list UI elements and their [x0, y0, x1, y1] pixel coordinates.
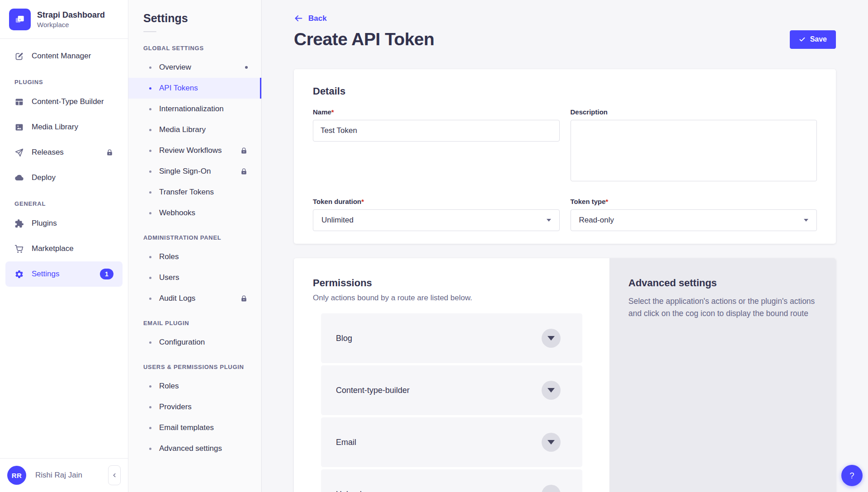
settings-nav-item-api-tokens[interactable]: API Tokens	[128, 78, 261, 99]
required-asterisk: *	[606, 198, 609, 205]
expand-content-type-builder-button[interactable]	[542, 381, 561, 400]
required-asterisk: *	[361, 198, 364, 205]
sidebar-item-media-library[interactable]: Media Library	[5, 114, 123, 140]
settings-nav-item-roles[interactable]: Roles	[128, 246, 261, 267]
expand-email-button[interactable]	[542, 433, 561, 452]
description-field-group: Description	[571, 108, 817, 183]
sidebar-item-releases[interactable]: Releases	[5, 140, 123, 165]
settings-nav-label: Audit Logs	[159, 294, 195, 303]
settings-nav-label: Providers	[159, 402, 192, 412]
nav-section-plugins: PLUGINS	[9, 79, 119, 85]
help-button[interactable]: ?	[841, 465, 863, 486]
settings-nav-item-providers[interactable]: Providers	[128, 397, 261, 417]
sidebar-item-plugins[interactable]: Plugins	[5, 211, 123, 236]
workspace-subtitle: Workplace	[37, 21, 105, 28]
sidebar-item-label: Content Manager	[32, 52, 91, 61]
accordion-label: Content-type-builder	[336, 386, 410, 395]
settings-nav-item-review-workflows[interactable]: Review Workflows	[128, 140, 261, 161]
bullet-icon	[149, 385, 151, 388]
subnav-divider	[143, 31, 156, 32]
expand-upload-button[interactable]	[542, 485, 561, 492]
subnav-group-global-settings: GLOBAL SETTINGS	[128, 34, 261, 57]
settings-nav-item-audit-logs[interactable]: Audit Logs	[128, 288, 261, 309]
settings-nav-label: Webhooks	[159, 208, 195, 218]
advanced-settings-title: Advanced settings	[628, 277, 817, 289]
workspace-title: Strapi Dashboard	[37, 10, 105, 20]
sidebar-item-label: Settings	[32, 270, 59, 279]
settings-nav-label: API Tokens	[159, 84, 198, 93]
name-input[interactable]	[313, 120, 560, 142]
notification-dot-icon	[245, 66, 248, 69]
bullet-icon	[149, 129, 151, 131]
expand-blog-button[interactable]	[542, 329, 561, 348]
brand-text: Strapi Dashboard Workplace	[37, 10, 105, 29]
main-content: Back Create API Token Save Details	[262, 0, 868, 492]
question-icon: ?	[849, 471, 854, 481]
sidebar-item-deploy[interactable]: Deploy	[5, 165, 123, 190]
sidebar-item-settings[interactable]: Settings 1	[5, 261, 123, 287]
settings-nav-item-webhooks[interactable]: Webhooks	[128, 203, 261, 223]
sidebar-item-marketplace[interactable]: Marketplace	[5, 236, 123, 261]
token-type-select[interactable]: Read-only	[571, 209, 817, 231]
token-type-field-group: Token type* Read-only	[571, 198, 817, 231]
details-card: Details Name* Description Token duration…	[294, 69, 836, 244]
settings-nav-label: Configuration	[159, 338, 205, 347]
sidebar-item-label: Media Library	[32, 123, 78, 132]
settings-nav-item-single-sign-on[interactable]: Single Sign-On	[128, 161, 261, 182]
settings-nav-item-up-roles[interactable]: Roles	[128, 376, 261, 397]
check-icon	[799, 36, 806, 43]
accordion-email[interactable]: Email	[321, 417, 582, 467]
lock-icon	[106, 149, 113, 156]
settings-nav-item-users[interactable]: Users	[128, 267, 261, 288]
accordion-label: Blog	[336, 334, 352, 343]
workspace-brand[interactable]: Strapi Dashboard Workplace	[0, 0, 128, 39]
settings-nav-item-overview[interactable]: Overview	[128, 57, 261, 78]
bullet-icon	[149, 406, 151, 408]
settings-nav-label: Overview	[159, 63, 191, 72]
main-nav-list: Content Manager PLUGINS Content-Type Bui…	[0, 39, 128, 458]
name-label: Name*	[313, 108, 560, 116]
back-link[interactable]: Back	[294, 14, 327, 23]
gear-icon	[14, 270, 24, 279]
settings-nav-item-configuration[interactable]: Configuration	[128, 332, 261, 353]
settings-nav-item-media-library[interactable]: Media Library	[128, 119, 261, 140]
sidebar-footer: RR Rishi Raj Jain	[0, 458, 128, 492]
sidebar-item-label: Releases	[32, 148, 64, 157]
image-icon	[14, 123, 24, 132]
settings-nav-item-advanced-settings[interactable]: Advanced settings	[128, 438, 261, 459]
token-duration-select[interactable]: Unlimited	[313, 209, 560, 231]
bullet-icon	[149, 448, 151, 450]
sidebar-item-content-manager[interactable]: Content Manager	[5, 43, 123, 69]
layout-icon	[14, 97, 24, 107]
bullet-icon	[149, 170, 151, 173]
settings-nav-item-internationalization[interactable]: Internationalization	[128, 99, 261, 119]
bullet-icon	[149, 87, 151, 90]
settings-nav-label: Review Workflows	[159, 146, 222, 155]
accordion-upload[interactable]: Upload	[321, 469, 582, 492]
main-sidebar: Strapi Dashboard Workplace Content Manag…	[0, 0, 128, 492]
strapi-app: Strapi Dashboard Workplace Content Manag…	[0, 0, 868, 492]
accordion-content-type-builder[interactable]: Content-type-builder	[321, 365, 582, 415]
settings-nav-item-transfer-tokens[interactable]: Transfer Tokens	[128, 182, 261, 203]
caret-down-icon	[547, 219, 551, 222]
chevron-left-icon	[111, 472, 118, 478]
bullet-icon	[149, 298, 151, 300]
bullet-icon	[149, 427, 151, 429]
advanced-settings-panel: Advanced settings Select the application…	[609, 258, 836, 492]
bullet-icon	[149, 66, 151, 69]
save-button[interactable]: Save	[790, 30, 836, 49]
user-name: Rishi Raj Jain	[35, 471, 99, 480]
settings-nav-label: Internationalization	[159, 104, 224, 114]
collapse-sidebar-button[interactable]	[108, 465, 121, 485]
settings-nav-label: Media Library	[159, 125, 206, 134]
back-arrow-icon	[294, 14, 303, 23]
token-type-label: Token type*	[571, 198, 817, 205]
description-textarea[interactable]	[571, 120, 817, 181]
nav-section-general: GENERAL	[9, 200, 119, 207]
bullet-icon	[149, 256, 151, 258]
settings-nav-item-email-templates[interactable]: Email templates	[128, 417, 261, 438]
bullet-icon	[149, 108, 151, 110]
user-profile[interactable]: RR Rishi Raj Jain	[7, 466, 99, 485]
sidebar-item-content-type-builder[interactable]: Content-Type Builder	[5, 89, 123, 114]
accordion-blog[interactable]: Blog	[321, 313, 582, 363]
